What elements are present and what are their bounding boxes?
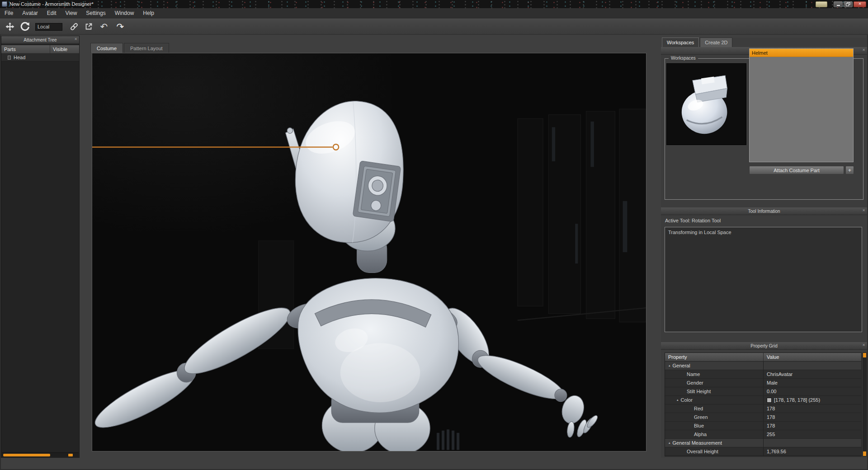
- attachment-tree-header: Attachment Tree ✕: [1, 36, 79, 44]
- groupbox-label: Workspaces: [669, 56, 698, 61]
- property-label: Name: [687, 371, 700, 377]
- add-workspace-button[interactable]: +: [845, 166, 854, 174]
- attachment-tree-panel: Attachment Tree ✕ Parts Visible Head: [1, 36, 80, 458]
- move-icon: [5, 22, 14, 31]
- property-label: Green: [694, 414, 708, 420]
- close-panel-icon[interactable]: ✕: [74, 38, 77, 41]
- undo-button[interactable]: ↶: [97, 20, 111, 33]
- tab-create-2d[interactable]: Create 2D: [700, 38, 732, 47]
- menu-view[interactable]: View: [61, 8, 82, 18]
- application-window: New Costume - Armorsmith Designer* ✕ Fil…: [0, 0, 868, 470]
- tab-pattern-layout[interactable]: Pattern Layout: [124, 43, 169, 53]
- window-title: New Costume - Armorsmith Designer*: [9, 1, 94, 7]
- property-row-name[interactable]: Name ChrisAvatar: [665, 370, 861, 379]
- attachment-tree-columns: Parts Visible: [1, 45, 79, 54]
- property-label: Stilt Height: [687, 389, 711, 394]
- title-bar[interactable]: New Costume - Armorsmith Designer* ✕: [0, 0, 868, 8]
- close-panel-icon[interactable]: ✕: [862, 343, 865, 347]
- redo-button[interactable]: ↷: [113, 20, 127, 33]
- menu-help[interactable]: Help: [138, 8, 159, 18]
- close-panel-icon[interactable]: ✕: [862, 48, 865, 52]
- titlebar-accent-button[interactable]: [816, 1, 827, 7]
- tree-row-head[interactable]: Head: [1, 54, 79, 61]
- move-tool-button[interactable]: [4, 20, 16, 33]
- right-panel-tabs: Workspaces Create 2D: [662, 38, 733, 47]
- coordinate-space-input[interactable]: [35, 23, 62, 31]
- close-icon: ✕: [859, 2, 862, 6]
- open-external-button[interactable]: [82, 20, 95, 33]
- property-row-green[interactable]: Green 178: [665, 413, 861, 422]
- horizontal-scrollbar[interactable]: [2, 452, 79, 457]
- property-row-alpha[interactable]: Alpha 255: [665, 430, 861, 439]
- right-panel: Workspaces Create 2D Workspaces ✕ Worksp…: [661, 38, 867, 458]
- tool-message-box[interactable]: Transforming in Local Space: [665, 227, 862, 332]
- property-grid-columns: Property Value: [665, 353, 861, 362]
- column-visible[interactable]: Visible: [50, 45, 79, 53]
- minimize-button[interactable]: [834, 1, 843, 7]
- property-label: Red: [694, 406, 703, 411]
- menu-avatar[interactable]: Avatar: [18, 8, 42, 18]
- viewport-frame: [92, 53, 646, 451]
- scrollbar-thumb[interactable]: [3, 454, 50, 456]
- scrollbar-button[interactable]: [68, 454, 73, 456]
- property-value: Male: [767, 380, 778, 385]
- property-group-general-measurement[interactable]: ▴General Measurement: [665, 439, 861, 447]
- scroll-up-button[interactable]: [863, 353, 866, 357]
- property-value: ChrisAvatar: [767, 371, 793, 377]
- property-row-overall-height[interactable]: Overall Height 1,769.56: [665, 447, 861, 456]
- property-row-stilt-height[interactable]: Stilt Height 0.00: [665, 387, 861, 396]
- property-label: Color: [681, 397, 693, 403]
- tab-costume[interactable]: Costume: [90, 43, 123, 53]
- property-value: 178: [767, 406, 775, 411]
- menu-settings[interactable]: Settings: [81, 8, 110, 18]
- column-property[interactable]: Property: [665, 353, 764, 361]
- menu-file[interactable]: File: [0, 8, 18, 18]
- property-value: 178: [767, 423, 775, 428]
- property-label: Gender: [687, 380, 703, 385]
- restore-icon: [846, 2, 850, 6]
- attachment-tree-title: Attachment Tree: [24, 38, 57, 42]
- part-icon: [8, 56, 11, 60]
- property-row-color[interactable]: ▴Color [178, 178, 178] (255): [665, 396, 861, 404]
- property-grid-header: Property Grid ✕: [661, 342, 867, 350]
- viewport-tabs: Costume Pattern Layout: [90, 43, 170, 53]
- property-label: General: [673, 363, 690, 368]
- column-parts[interactable]: Parts: [1, 45, 50, 53]
- property-value: 1,769.56: [767, 449, 786, 454]
- scroll-down-button[interactable]: [863, 451, 866, 456]
- property-group-general[interactable]: ▴General: [665, 362, 861, 370]
- external-link-icon: [85, 23, 93, 31]
- property-grid-title: Property Grid: [750, 343, 777, 348]
- collapse-icon: ▴: [669, 441, 670, 445]
- property-row-blue[interactable]: Blue 178: [665, 422, 861, 430]
- color-swatch: [767, 398, 772, 403]
- property-label: General Measurement: [673, 440, 722, 446]
- property-value: 0.00: [767, 389, 776, 394]
- close-button[interactable]: ✕: [854, 1, 866, 7]
- close-panel-icon[interactable]: ✕: [862, 209, 865, 212]
- workspace-preview: [666, 63, 746, 145]
- workspace-list[interactable]: Helmet: [749, 48, 854, 162]
- property-row-red[interactable]: Red 178: [665, 404, 861, 413]
- workspace-list-item-helmet[interactable]: Helmet: [750, 49, 853, 57]
- tab-workspaces[interactable]: Workspaces: [662, 38, 699, 47]
- rotate-tool-button[interactable]: [18, 20, 31, 33]
- menu-window[interactable]: Window: [110, 8, 139, 18]
- property-grid: Property Value ▴General Name ChrisAvatar…: [665, 352, 862, 456]
- link-tool-button[interactable]: [68, 20, 80, 33]
- property-row-gender[interactable]: Gender Male: [665, 379, 861, 387]
- app-icon: [2, 1, 7, 7]
- redo-icon: ↷: [117, 22, 124, 31]
- attach-costume-part-button[interactable]: Attach Costume Part: [749, 166, 844, 174]
- property-value: 255: [767, 432, 775, 437]
- restore-button[interactable]: [844, 1, 853, 7]
- property-value: [178, 178, 178] (255): [774, 397, 820, 403]
- part-label: Head: [14, 55, 25, 60]
- helmet-preview-image: [667, 64, 746, 145]
- menu-edit[interactable]: Edit: [42, 8, 61, 18]
- collapse-icon: ▴: [669, 364, 670, 367]
- property-grid-scrollbar[interactable]: [863, 352, 867, 456]
- rotate-icon: [19, 22, 29, 32]
- 3d-viewport-scene[interactable]: [92, 53, 646, 451]
- column-value[interactable]: Value: [764, 353, 861, 361]
